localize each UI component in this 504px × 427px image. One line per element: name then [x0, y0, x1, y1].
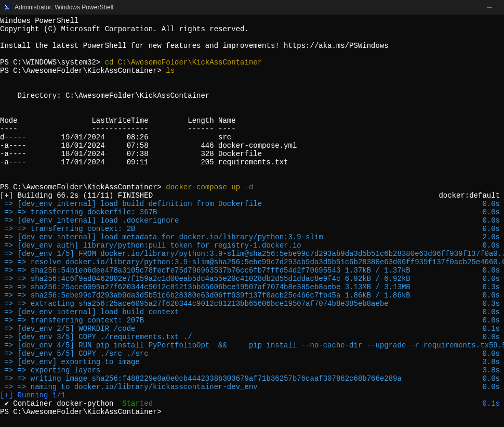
build-step-time: 3.8s [482, 366, 504, 374]
build-driver: docker:default [439, 191, 504, 200]
build-step-text: => => extracting sha256:25ace6095a27f620… [0, 300, 482, 308]
build-step-text: => => transferring context: 2B [0, 225, 482, 233]
build-step: => [dev_env 1/5] FROM docker.io/library/… [0, 250, 504, 258]
banner-line: Windows PowerShell [0, 17, 504, 25]
build-step: => => resolve docker.io/library/python:3… [0, 258, 504, 266]
ls-header: Mode LastWriteTime Length Name [0, 117, 504, 125]
build-step-time: 0.1s [482, 325, 504, 333]
build-step-time: 0.0s [482, 200, 504, 208]
prompt: PS C:\AwesomeFolder\KickAssContainer> [0, 67, 166, 75]
build-step-time: 0.0s [482, 374, 504, 383]
build-step-text: => [dev_env auth] library/python:pull to… [0, 241, 482, 250]
build-step-text: => => transferring context: 207B [0, 316, 482, 325]
build-step: => => sha256:54b1eb6dee478a3105c78fecfe7… [0, 266, 504, 275]
build-step-text: => => writing image sha256:f488229e0a0e0… [0, 374, 482, 383]
banner-line: Copyright (C) Microsoft Corporation. All… [0, 25, 504, 33]
build-step-text: => => exporting layers [0, 366, 482, 374]
build-step: => [dev_env internal] load build definit… [0, 200, 504, 208]
build-step: => [dev_env internal] load metadata for … [0, 233, 504, 241]
build-step: => => sha256:5ebe99c7d293ab9da3d5b51c6b2… [0, 291, 504, 300]
build-step-text: => => sha256:54b1eb6dee478a3105c78fecfe7… [0, 266, 482, 275]
ls-directory: Directory: C:\AwesomeFolder\KickAssConta… [0, 92, 504, 100]
build-step-time: 0.0s [482, 208, 504, 216]
command-flag: -d [245, 183, 254, 191]
build-step: => [dev_env internal] load .dockerignore… [0, 216, 504, 225]
banner-line: Install the latest PowerShell for new fe… [0, 42, 504, 50]
build-step-text: => [dev_env 1/5] FROM docker.io/library/… [0, 250, 493, 258]
prompt: PS C:\AwesomeFolder\KickAssContainer> [0, 183, 166, 191]
build-step-text: => [dev_env internal] load .dockerignore [0, 216, 482, 225]
build-step-time: 0.0s [482, 266, 504, 275]
ls-row: -a---- 18/01/2024 07:38 328 Dockerfile [0, 150, 504, 158]
command: ls [166, 67, 175, 75]
build-step: => [dev_env 4/5] RUN pip install PyPortf… [0, 341, 504, 350]
build-step-time: 59.5s [489, 341, 504, 350]
powershell-icon [3, 3, 11, 11]
build-step-time: 0.0s [482, 275, 504, 283]
build-step-time: 2.0s [482, 233, 504, 241]
build-step-time: 0.3s [482, 300, 504, 308]
container-time: 0.1s [482, 399, 504, 408]
build-step: => => extracting sha256:25ace6095a27f620… [0, 300, 504, 308]
build-step: => [dev_env 2/5] WORKDIR /code0.1s [0, 325, 504, 333]
build-step-text: => [dev_env internal] load build context [0, 308, 482, 316]
build-step-time: 0.0s [482, 383, 504, 391]
build-step-time: 0.0s [482, 316, 504, 325]
running-status: [+] Running 1/1 [0, 391, 504, 399]
build-step-time: 0.0s [482, 216, 504, 225]
ls-sep: ---- ------------- ------ ---- [0, 125, 504, 133]
prompt: PS C:\WINDOWS\system32> [0, 58, 105, 67]
build-summary: [+] Building 66.2s (11/11) FINISHED dock… [0, 191, 504, 200]
window-title: Administrator: Windows PowerShell [15, 3, 113, 11]
build-step-text: => [dev_env internal] load metadata for … [0, 233, 482, 241]
prompt: PS C:\AwesomeFolder\KickAssContainer> [0, 408, 166, 416]
build-status: [+] Building 66.2s (11/11) FINISHED [0, 191, 439, 200]
build-step-time: 0.7s [493, 250, 504, 258]
build-step-time: 0.0s [482, 308, 504, 316]
command-arg: up [231, 183, 244, 191]
build-step-text: => => sha256:5ebe99c7d293ab9da3d5b51c6b2… [0, 291, 482, 300]
build-step: => [dev_env 3/5] COPY ./requirements.txt… [0, 333, 504, 341]
prompt-line: PS C:\AwesomeFolder\KickAssContainer> ls [0, 67, 504, 75]
minimize-button[interactable] [478, 0, 501, 15]
build-step: => [dev_env internal] load build context… [0, 308, 504, 316]
build-step-time: 0.0s [482, 291, 504, 300]
build-step-text: => [dev_env 4/5] RUN pip install PyPortf… [0, 341, 489, 350]
build-step-text: => [dev_env 3/5] COPY ./requirements.txt… [0, 333, 482, 341]
terminal-output[interactable]: Windows PowerShell Copyright (C) Microso… [0, 15, 504, 416]
container-state: Started [122, 399, 153, 408]
build-step-time: 0.0s [493, 258, 504, 266]
build-step: => => transferring context: 207B0.0s [0, 316, 504, 325]
prompt-line: PS C:\WINDOWS\system32> cd C:\AwesomeFol… [0, 58, 504, 67]
build-step-time: 0.0s [482, 241, 504, 250]
build-step-text: => => naming to docker.io/library/kickas… [0, 383, 482, 391]
build-step-text: => [dev_env 2/5] WORKDIR /code [0, 325, 482, 333]
build-step-text: => [dev_env] exporting to image [0, 358, 482, 366]
build-step: => => writing image sha256:f488229e0a0e0… [0, 374, 504, 383]
build-step-text: => => sha256:4c6f9ad0462802e7f159a2c1d00… [0, 275, 482, 283]
ls-row: d----- 19/01/2024 08:26 src [0, 133, 504, 141]
build-step: => [dev_env auth] library/python:pull to… [0, 241, 504, 250]
ls-row: -a---- 18/01/2024 07:58 446 docker-compo… [0, 141, 504, 150]
build-step: => => sha256:25ace6095a27f620344c9012c81… [0, 283, 504, 291]
build-step: => [dev_env] exporting to image3.8s [0, 358, 504, 366]
build-step: => => transferring context: 2B0.0s [0, 225, 504, 233]
build-step-text: => => sha256:25ace6095a27f620344c9012c81… [0, 283, 482, 291]
container-name: ✔ Container docker-python [0, 399, 122, 408]
build-step-text: => => resolve docker.io/library/python:3… [0, 258, 493, 266]
build-step: => [dev_env 5/5] COPY ./src ./src0.0s [0, 350, 504, 358]
window-titlebar: Administrator: Windows PowerShell [0, 0, 504, 15]
build-step: => => naming to docker.io/library/kickas… [0, 383, 504, 391]
build-step-text: => [dev_env internal] load build definit… [0, 200, 482, 208]
build-step: => => exporting layers3.8s [0, 366, 504, 374]
container-status-line: ✔ Container docker-python Started 0.1s [0, 399, 504, 408]
build-step-time: 3.8s [482, 358, 504, 366]
build-step-time: 0.0s [482, 333, 504, 341]
command: docker-compose [166, 183, 231, 191]
build-step: => => sha256:4c6f9ad0462802e7f159a2c1d00… [0, 275, 504, 283]
build-step-text: => => transferring dockerfile: 367B [0, 208, 482, 216]
build-step-time: 0.0s [482, 350, 504, 358]
prompt-line[interactable]: PS C:\AwesomeFolder\KickAssContainer> [0, 408, 504, 416]
build-step-time: 0.3s [482, 283, 504, 291]
command: cd C:\AwesomeFolder\KickAssContainer [105, 58, 262, 67]
